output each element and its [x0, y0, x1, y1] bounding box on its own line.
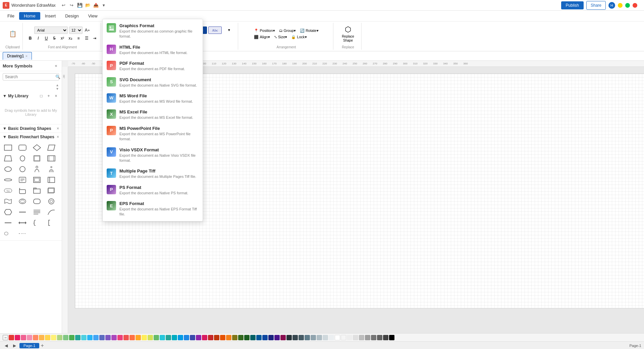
help-button[interactable]: H [608, 2, 615, 9]
color-cyan1[interactable] [81, 335, 87, 340]
color-red1[interactable] [9, 335, 14, 340]
color-purple1[interactable] [105, 335, 111, 340]
page-nav-right[interactable]: ▶ [11, 343, 18, 349]
color-grey8[interactable] [359, 335, 364, 340]
menu-tab-file[interactable]: File [3, 12, 19, 20]
shape-irregular2[interactable] [17, 197, 28, 206]
shape-trapezoid[interactable] [3, 154, 13, 163]
shape-curly-brace[interactable] [32, 218, 42, 228]
export-ps-item[interactable]: P PS Format Export the document as Nativ… [103, 182, 203, 198]
basic-drawing-close-btn[interactable]: × [57, 126, 59, 131]
color-lightblue3[interactable] [256, 335, 262, 340]
color-lime1[interactable] [57, 335, 62, 340]
color-red3[interactable] [208, 335, 213, 340]
size-btn[interactable]: ⤡ Size▾ [273, 34, 288, 40]
save-button[interactable]: 💾 [76, 2, 83, 9]
color-lime3[interactable] [232, 335, 237, 340]
shape-note[interactable] [17, 175, 28, 185]
shape-minus[interactable] [3, 218, 13, 228]
color-yellow3[interactable] [142, 335, 147, 340]
font-size-select[interactable]: 12 [69, 27, 83, 34]
color-yellow1[interactable] [45, 335, 50, 340]
export-graphics-item[interactable]: Graphics Format Export the document as c… [103, 20, 203, 42]
shape-rectangle[interactable] [3, 143, 13, 152]
shape-curve[interactable] [46, 207, 57, 217]
color-deeppurple2[interactable] [274, 335, 280, 340]
shape-frame[interactable] [32, 175, 42, 185]
replace-shape-btn[interactable]: ⬡ ReplaceShape [340, 24, 356, 44]
color-grey3[interactable] [323, 335, 328, 340]
export-word-item[interactable]: W MS Word File Export the document as MS… [103, 91, 203, 107]
export-button[interactable]: 📤 [93, 2, 99, 9]
align-btn2[interactable]: ⬛ Align▾ [253, 34, 271, 40]
shape-circle[interactable] [17, 164, 28, 174]
doc-tab-close-btn[interactable]: × [25, 54, 28, 58]
color-indigo3[interactable] [268, 335, 274, 340]
maximize-button[interactable] [625, 3, 630, 8]
color-arrow[interactable]: → [3, 335, 8, 340]
bold-btn[interactable]: B [27, 35, 34, 41]
shape-yes[interactable]: Yes [3, 186, 13, 195]
color-indigo2[interactable] [190, 335, 195, 340]
italic-btn[interactable]: I [35, 35, 42, 41]
export-eps-item[interactable]: E EPS Format Export the document as Nati… [103, 198, 203, 220]
export-visio-item[interactable]: V Visio VSDX Format Export the document … [103, 145, 203, 166]
my-library-close-btn[interactable]: × [53, 93, 59, 99]
add-page-btn[interactable]: + [41, 343, 44, 349]
indent-btn[interactable]: ⇥ [91, 35, 98, 41]
color-blue1[interactable] [87, 335, 93, 340]
color-lime2[interactable] [148, 335, 153, 340]
shape-hexagon[interactable] [3, 207, 13, 217]
color-green3[interactable] [154, 335, 159, 340]
color-grey12[interactable] [383, 335, 388, 340]
shape-decision[interactable] [3, 175, 13, 185]
color-grey11[interactable] [377, 335, 382, 340]
page-tab-1[interactable]: Page-1 [19, 343, 39, 348]
more-button[interactable]: ▾ [101, 2, 107, 9]
color-yellow2[interactable] [51, 335, 56, 340]
align-btn[interactable]: ≡ [75, 35, 82, 41]
color-blue2[interactable] [93, 335, 99, 340]
shape-parallelogram[interactable] [46, 143, 57, 152]
color-orange1[interactable] [33, 335, 38, 340]
page-nav-left[interactable]: ◀ [3, 343, 10, 349]
shape-ellipse[interactable] [3, 164, 13, 174]
shape-scroll[interactable] [17, 186, 28, 195]
color-pink3[interactable] [27, 335, 32, 340]
color-teal2[interactable] [166, 335, 171, 340]
shape-double-border[interactable] [46, 154, 57, 163]
export-pdf-item[interactable]: P PDF Format Export the document as PDF … [103, 58, 203, 74]
minimize-button[interactable] [618, 3, 623, 8]
shape-text-lines[interactable] [32, 207, 42, 217]
shape-person[interactable] [32, 164, 42, 174]
color-pink2[interactable] [21, 335, 26, 340]
color-grey9[interactable] [365, 335, 370, 340]
shape-diamond[interactable] [32, 143, 42, 152]
color-pink1[interactable] [15, 335, 20, 340]
shape-dashes[interactable] [17, 229, 28, 238]
basic-flowchart-close-btn[interactable]: × [57, 135, 59, 139]
scroll-up-btn[interactable]: ▲ [56, 83, 59, 87]
color-pink6[interactable] [280, 335, 286, 340]
color-grey10[interactable] [371, 335, 376, 340]
color-bluegrey3[interactable] [299, 335, 304, 340]
color-white[interactable] [335, 335, 340, 340]
color-bluegrey1[interactable] [286, 335, 292, 340]
shape-irregular1[interactable] [3, 197, 13, 206]
color-orange2[interactable] [39, 335, 44, 340]
shape-triple-rect[interactable] [46, 186, 57, 195]
color-bluegrey2[interactable] [292, 335, 298, 340]
basic-drawing-header[interactable]: ▼ Basic Drawing Shapes × [0, 124, 62, 133]
color-pink5[interactable] [202, 335, 207, 340]
color-deeporange1[interactable] [129, 335, 135, 340]
color-indigo1[interactable] [99, 335, 105, 340]
color-grey2[interactable] [317, 335, 322, 340]
shape-person2[interactable] [46, 164, 57, 174]
shape-rounded-rect[interactable] [17, 143, 28, 152]
color-deeppurple1[interactable] [196, 335, 201, 340]
color-grey4[interactable] [329, 335, 334, 340]
rotate-btn[interactable]: 🔄 Rotate▾ [299, 28, 320, 34]
my-library-expand-btn[interactable]: □ [38, 93, 44, 99]
shape-circle2[interactable] [46, 197, 57, 206]
export-excel-item[interactable]: X MS Excel File Export the document as M… [103, 107, 203, 123]
